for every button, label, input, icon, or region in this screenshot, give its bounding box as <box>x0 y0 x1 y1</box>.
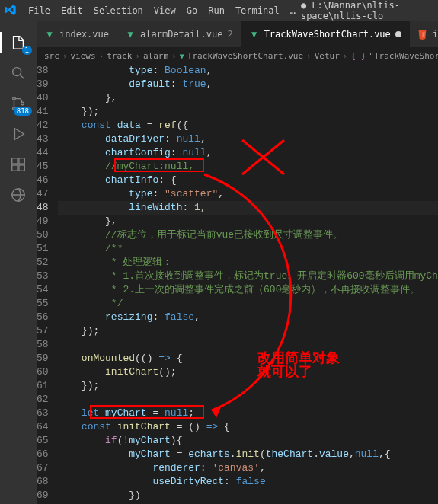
line-number: 46 <box>37 174 49 187</box>
line-number: 61 <box>37 379 49 393</box>
code-line[interactable]: }); <box>58 324 438 338</box>
menu-more[interactable]: … <box>285 5 301 16</box>
code-line[interactable]: type: Boolean, <box>58 64 438 78</box>
line-number: 59 <box>37 352 49 365</box>
title-bar: File Edit Selection View Go Run Terminal… <box>0 0 438 21</box>
breadcrumb-item[interactable]: "TrackWaveShortChart.vue" <box>369 51 438 61</box>
line-number-gutter: 3839404142434445464748495051525354555657… <box>37 64 58 504</box>
code-line[interactable]: chartInfo: { <box>58 174 438 187</box>
tab-label: alarmDetail.vue <box>140 29 222 40</box>
activity-run-debug[interactable] <box>8 123 29 145</box>
svg-rect-5 <box>19 158 24 164</box>
menu-file[interactable]: File <box>23 5 56 16</box>
line-number: 48 <box>37 201 49 215</box>
menu-edit[interactable]: Edit <box>56 5 88 16</box>
project-path: ● E:\Nannar\nltis-space\nltis-clo <box>301 0 433 21</box>
menu-terminal[interactable]: Terminal <box>230 5 285 16</box>
tab-trackwaveshortchart-vue[interactable]: ▼ TrackWaveShortChart.vue <box>241 21 410 47</box>
code-line[interactable]: //myChart:null, <box>58 160 438 174</box>
breadcrumb-item[interactable]: TrackWaveShortChart.vue <box>187 51 303 61</box>
code-line[interactable]: * 2.上一次的调整事件完成之前（600毫秒内），不再接收调整事件。 <box>58 283 438 297</box>
line-number: 67 <box>37 461 49 475</box>
breadcrumb-item[interactable]: Vetur <box>315 51 340 61</box>
activity-bar: 1 818 <box>0 21 37 504</box>
code-line[interactable]: onMounted(() => { <box>58 352 438 365</box>
activity-source-control[interactable]: 818 <box>8 93 29 114</box>
scm-badge: 818 <box>14 107 32 116</box>
line-number: 58 <box>37 338 49 352</box>
code-line[interactable]: renderer: 'canvas', <box>58 461 438 475</box>
code-line[interactable]: * 1.首次接收到调整事件，标记为true。开启定时器600毫秒后调用myCha… <box>58 270 438 283</box>
code-line[interactable] <box>58 338 438 352</box>
code-line[interactable]: useDirtyRect: false <box>58 475 438 489</box>
code-line[interactable]: */ <box>58 297 438 311</box>
code-line[interactable]: default: true, <box>58 78 438 91</box>
code-line[interactable]: dataDriver: null, <box>58 132 438 146</box>
code-line[interactable]: }) <box>58 489 438 502</box>
vscode-logo-icon <box>5 4 17 18</box>
breadcrumb-item[interactable]: alarm <box>143 51 168 61</box>
line-number: 38 <box>37 64 49 78</box>
line-number: 39 <box>37 78 49 91</box>
line-number: 45 <box>37 160 49 174</box>
breadcrumb-item[interactable]: track <box>107 51 132 61</box>
tab-alarmdetail-vue[interactable]: ▼ alarmDetail.vue 2 <box>117 21 241 47</box>
menu-run[interactable]: Run <box>203 5 230 16</box>
line-number: 53 <box>37 270 49 283</box>
code-line[interactable]: myChart = echarts.init(theChart.value,nu… <box>58 448 438 461</box>
code-line[interactable]: }, <box>58 215 438 228</box>
code-line[interactable]: initChart(); <box>58 365 438 379</box>
code-line[interactable]: lineWidth: 1, <box>58 201 438 215</box>
code-content[interactable]: type: Boolean, default: true, }, }); con… <box>58 64 438 504</box>
code-line[interactable]: chartConfig: null, <box>58 146 438 160</box>
editor-area: ▼ index.vue ▼ alarmDetail.vue 2 ▼ TrackW… <box>37 21 438 504</box>
line-number: 65 <box>37 434 49 448</box>
line-number: 63 <box>37 407 49 420</box>
line-number: 64 <box>37 420 49 434</box>
breadcrumb-item[interactable]: views <box>71 51 96 61</box>
tab-index-vue[interactable]: ▼ index.vue <box>37 21 117 47</box>
line-number: 43 <box>37 132 49 146</box>
svg-rect-4 <box>12 158 18 164</box>
activity-explorer[interactable]: 1 <box>8 32 29 53</box>
tab-count: 2 <box>227 29 232 40</box>
line-number: 68 <box>37 475 49 489</box>
breadcrumbs[interactable]: src› views› track› alarm› ▼ TrackWaveSho… <box>37 47 438 64</box>
code-line[interactable]: const initChart = () => { <box>58 420 438 434</box>
line-number: 66 <box>37 448 49 461</box>
line-number: 69 <box>37 489 49 502</box>
code-line[interactable]: * 处理逻辑： <box>58 256 438 270</box>
code-line[interactable]: }, <box>58 91 438 105</box>
tab-label: index.vue <box>59 29 109 40</box>
code-line[interactable]: if(!myChart){ <box>58 434 438 448</box>
line-number: 40 <box>37 91 49 105</box>
line-number: 57 <box>37 324 49 338</box>
line-number: 50 <box>37 228 49 242</box>
code-line[interactable]: type: "scatter", <box>58 187 438 201</box>
menu-view[interactable]: View <box>149 5 181 16</box>
code-line[interactable]: let myChart = null; <box>58 407 438 420</box>
code-line[interactable]: resizing: false, <box>58 311 438 324</box>
line-number: 41 <box>37 105 49 119</box>
code-line[interactable]: const data = ref({ <box>58 119 438 132</box>
svg-point-3 <box>21 102 24 105</box>
html-file-icon <box>417 29 428 40</box>
code-line[interactable]: }); <box>58 379 438 393</box>
code-line[interactable]: //标志位，用于标记当前vue已接收到尺寸调整事件。 <box>58 228 438 242</box>
code-line[interactable]: /** <box>58 242 438 256</box>
line-number: 44 <box>37 146 49 160</box>
svg-rect-6 <box>12 165 18 171</box>
menu-selection[interactable]: Selection <box>88 5 149 16</box>
tab-index-html[interactable]: index.html <box>410 21 438 47</box>
activity-remote[interactable] <box>8 184 29 206</box>
menu-go[interactable]: Go <box>181 5 203 16</box>
code-line[interactable] <box>58 393 438 407</box>
line-number: 55 <box>37 297 49 311</box>
code-editor[interactable]: 3839404142434445464748495051525354555657… <box>37 64 438 504</box>
code-line[interactable]: }); <box>58 105 438 119</box>
activity-search[interactable] <box>8 62 29 84</box>
breadcrumb-item[interactable]: src <box>44 51 59 61</box>
activity-extensions[interactable] <box>8 154 29 175</box>
svg-rect-7 <box>19 165 24 171</box>
line-number: 42 <box>37 119 49 132</box>
